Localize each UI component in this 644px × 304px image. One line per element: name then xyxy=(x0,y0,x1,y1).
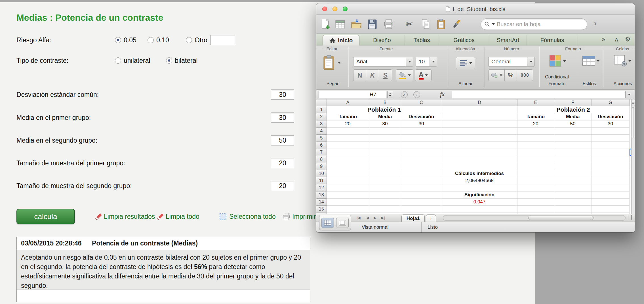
cell-G7[interactable] xyxy=(592,149,629,156)
radio-alfa-010[interactable] xyxy=(148,37,154,43)
selecciona-todo-link[interactable]: Selecciona todo xyxy=(229,212,276,221)
cell-B5[interactable] xyxy=(369,134,401,141)
column-header-C[interactable]: C xyxy=(401,99,442,106)
cell-E15[interactable] xyxy=(517,205,554,213)
cell-E5[interactable] xyxy=(517,134,554,141)
cell-F6[interactable] xyxy=(554,141,592,149)
formula-bar-expand-icon[interactable] xyxy=(628,94,631,95)
tamano1-input[interactable] xyxy=(271,158,294,168)
row-header-13[interactable]: 13 xyxy=(316,191,327,198)
cell-A2[interactable]: Tamaño xyxy=(327,113,369,120)
tab-formulas[interactable]: Fórmulas xyxy=(527,35,578,45)
cell-G6[interactable] xyxy=(592,141,629,149)
row-header-14[interactable]: 14 xyxy=(316,198,327,205)
cell-B10[interactable] xyxy=(369,170,401,177)
last-sheet-nav-icon[interactable]: ▶| xyxy=(381,214,385,222)
cell-C3[interactable]: 30 xyxy=(401,120,442,127)
row-header-15[interactable]: 15 xyxy=(316,205,327,213)
cell-A13[interactable] xyxy=(327,191,369,198)
cell-F7[interactable] xyxy=(554,149,592,156)
cell-F2[interactable]: Media xyxy=(554,113,592,120)
font-size-dropdown[interactable] xyxy=(430,57,437,66)
fill-color-button[interactable] xyxy=(396,69,413,81)
cell-G12[interactable] xyxy=(592,184,629,191)
cell-E7[interactable] xyxy=(517,149,554,156)
ribbon-overflow-icon[interactable]: » xyxy=(602,34,605,45)
cell-D6[interactable] xyxy=(442,141,517,149)
vertical-split-handle[interactable] xyxy=(631,99,635,106)
cell-E14[interactable] xyxy=(517,198,554,205)
column-header-B[interactable]: B xyxy=(369,99,401,106)
actions-button[interactable] xyxy=(614,55,627,68)
first-sheet-nav-icon[interactable]: |◀ xyxy=(357,214,360,222)
cell-D13[interactable]: Significación xyxy=(442,191,517,198)
print-button[interactable] xyxy=(382,18,395,31)
column-header-F[interactable]: F xyxy=(554,99,592,106)
cell-A7[interactable] xyxy=(327,149,369,156)
underline-button[interactable]: S xyxy=(379,69,392,81)
page-layout-view-button[interactable] xyxy=(336,218,349,228)
cell-C11[interactable] xyxy=(401,177,442,184)
imprimir-link[interactable]: Imprimir xyxy=(292,212,316,221)
paste-dropdown-icon[interactable] xyxy=(338,62,341,64)
cell-A1[interactable]: Población 1 xyxy=(327,106,442,113)
row-header-4[interactable]: 4 xyxy=(316,127,327,134)
cell-B6[interactable] xyxy=(369,141,401,149)
cell-E12[interactable] xyxy=(517,184,554,191)
cell-A15[interactable] xyxy=(327,205,369,213)
search-field[interactable] xyxy=(481,18,587,30)
styles-dropdown-icon[interactable] xyxy=(597,60,599,62)
cell-F13[interactable] xyxy=(554,191,592,198)
cell-A12[interactable] xyxy=(327,184,369,191)
cell-F10[interactable] xyxy=(554,170,592,177)
vertical-scroll-thumb[interactable] xyxy=(632,107,634,138)
open-button[interactable] xyxy=(350,18,363,31)
cell-D5[interactable] xyxy=(442,134,517,141)
cell-E3[interactable]: 20 xyxy=(517,120,554,127)
align-button[interactable] xyxy=(456,57,475,69)
sheet-tab-hoja1[interactable]: Hoja1 xyxy=(401,215,425,222)
cell-G8[interactable] xyxy=(592,156,629,163)
tamano2-input[interactable] xyxy=(271,181,294,191)
cell-D7[interactable] xyxy=(442,149,517,156)
erase-results-icon[interactable] xyxy=(94,213,102,222)
number-format-select[interactable]: General xyxy=(488,57,535,66)
cell-C15[interactable] xyxy=(401,205,442,213)
currency-format-button[interactable] xyxy=(488,69,505,81)
cell-B7[interactable] xyxy=(369,149,401,156)
cell-F9[interactable] xyxy=(554,163,592,170)
limpia-todo-link[interactable]: Limpia todo xyxy=(166,212,199,221)
cell-F15[interactable] xyxy=(554,205,592,213)
font-color-dropdown-icon[interactable] xyxy=(425,74,428,76)
cut-button[interactable]: ✂ xyxy=(403,18,416,31)
column-header-D[interactable]: D xyxy=(442,99,517,106)
search-scope-arrow-icon[interactable] xyxy=(492,23,495,25)
cell-A8[interactable] xyxy=(327,156,369,163)
cell-D3[interactable] xyxy=(442,120,517,127)
conditional-format-dropdown-icon[interactable] xyxy=(563,60,566,62)
tab-graficos[interactable]: Gráficos xyxy=(439,35,489,45)
row-header-3[interactable]: 3 xyxy=(316,120,327,127)
cell-C8[interactable] xyxy=(401,156,442,163)
cell-E2[interactable]: Tamaño xyxy=(517,113,554,120)
cell-E4[interactable] xyxy=(517,127,554,134)
radio-bilateral[interactable] xyxy=(166,57,172,64)
cell-B9[interactable] xyxy=(369,163,401,170)
erase-all-icon[interactable] xyxy=(156,213,164,222)
limpia-resultados-link[interactable]: Limpia resultados xyxy=(104,212,155,221)
cell-B15[interactable] xyxy=(369,205,401,213)
column-header-G[interactable]: G xyxy=(592,99,629,106)
cell-B2[interactable]: Media xyxy=(369,113,401,120)
cell-C14[interactable] xyxy=(401,198,442,205)
cell-B4[interactable] xyxy=(369,127,401,134)
cell-G2[interactable]: Desviación xyxy=(592,113,629,120)
row-header-10[interactable]: 10 xyxy=(316,170,327,177)
horizontal-scrollbar[interactable] xyxy=(443,215,626,221)
cell-F14[interactable] xyxy=(554,198,592,205)
cell-E8[interactable] xyxy=(517,156,554,163)
font-name-select[interactable]: Arial xyxy=(353,57,413,66)
cancel-entry-button[interactable]: ✗ xyxy=(401,91,408,98)
cell-A10[interactable] xyxy=(327,170,369,177)
cell-F11[interactable] xyxy=(554,177,592,184)
thousands-format-button[interactable]: 000 xyxy=(517,69,533,81)
